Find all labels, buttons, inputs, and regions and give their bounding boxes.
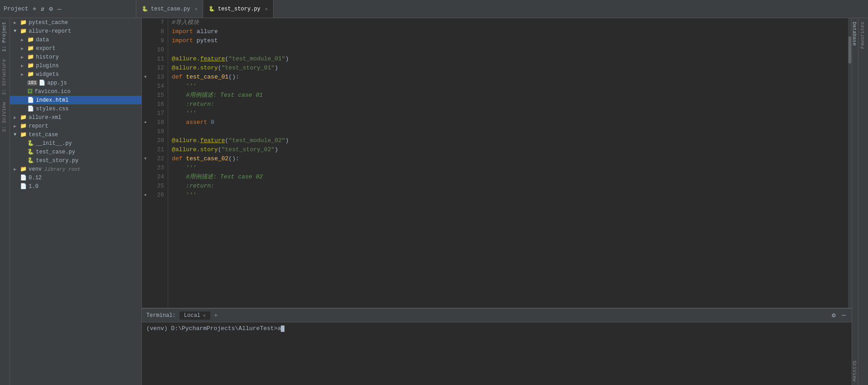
favorites-label[interactable]: Favorites — [858, 18, 868, 52]
tree-item-test-case-py[interactable]: ▶ 🐍 test_case.py — [10, 148, 141, 156]
tree-item-plugins[interactable]: ▶ 📁 plugins — [10, 61, 141, 70]
tree-item-test-case[interactable]: ▼ 📁 test_case — [10, 130, 141, 139]
code-line-16: :return: — [172, 100, 844, 109]
locate-icon[interactable]: ⌖ — [31, 5, 38, 14]
arrow-plugins: ▶ — [21, 63, 27, 69]
tree-label-data: data — [36, 37, 49, 43]
tree-item-data[interactable]: ▶ 📁 data — [10, 35, 141, 44]
arrow-data: ▶ — [21, 37, 27, 43]
tree-item-export[interactable]: ▶ 📁 export — [10, 44, 141, 53]
file-icon-0-12: 📄 — [20, 174, 27, 181]
file-tree: ▶ 📁 pytest_cache ▼ 📁 allure-report ▶ 📁 d… — [10, 18, 142, 385]
folder-icon-allure-xml: 📁 — [20, 114, 27, 121]
gutter-13: ▼ — [142, 73, 149, 82]
folder-icon-allure-report: 📁 — [20, 28, 27, 35]
arrow-pytest-cache: ▶ — [14, 20, 20, 25]
right-sidebar: Database SciView — [852, 18, 858, 385]
right-sidebar-sciview[interactable]: SciView — [852, 357, 858, 385]
code-editor[interactable]: #导入模块 import allure import pytest @allur… — [168, 18, 848, 308]
tree-item-venv[interactable]: ▶ 📁 venv library root — [10, 165, 141, 173]
terminal-area: Terminal: Local ✕ + ⚙ — (venv) D:\Pychar… — [142, 308, 852, 385]
folder-icon-history: 📁 — [27, 54, 34, 60]
terminal-tab-label: Local — [184, 312, 200, 319]
tree-item-widgets[interactable]: ▶ 📁 widgets — [10, 70, 141, 79]
tree-label-test-case-py: test_case.py — [36, 149, 75, 155]
tab-label-test-case: test_case.py — [151, 6, 190, 12]
code-container[interactable]: ▼ ● ▼ ● 78910 11121314 15161718 1 — [142, 18, 852, 308]
main-area: 1: Project 2: Structure 3: SciView ▶ 📁 p… — [0, 18, 868, 385]
tab-test-case[interactable]: 🐍 test_case.py ✕ — [136, 0, 203, 18]
tree-label-pytest-cache: pytest_cache — [29, 20, 68, 26]
file-icon-test-story-py: 🐍 — [27, 157, 34, 164]
tree-item-init-py[interactable]: ▶ 🐍 __init__.py — [10, 139, 141, 148]
sidebar-strip-project[interactable]: 1: Project — [0, 18, 10, 55]
folder-icon-plugins: 📁 — [27, 62, 34, 69]
tree-label-widgets: widgets — [36, 71, 59, 78]
terminal-settings-icon[interactable]: ⚙ — [830, 311, 837, 320]
sidebar-strip-structure[interactable]: 2: Structure — [0, 55, 10, 99]
folder-icon-report: 📁 — [20, 123, 27, 129]
tab-close-test-story[interactable]: ✕ — [265, 6, 268, 12]
code-line-25: :return: — [172, 182, 844, 191]
code-line-11: @allure.feature("test_module_01") — [172, 54, 844, 64]
file-icon-1-0: 📄 — [20, 183, 27, 190]
tree-item-index-html[interactable]: ▶ 📄 index.html — [10, 96, 141, 104]
tree-item-0-12[interactable]: ▶ 📄 0.12 — [10, 173, 141, 182]
editor-area: ▼ ● ▼ ● 78910 11121314 15161718 1 — [142, 18, 852, 385]
tree-item-favicon[interactable]: ▶ 🖼 favicon.ico — [10, 87, 141, 96]
arrow-venv: ▶ — [14, 167, 20, 172]
tree-label-venv: venv — [29, 166, 42, 173]
tab-close-test-case[interactable]: ✕ — [195, 6, 197, 12]
minimize-icon[interactable]: — — [56, 5, 62, 14]
tree-item-allure-xml[interactable]: ▶ 📁 allure-xml — [10, 113, 141, 122]
terminal-header: Terminal: Local ✕ + ⚙ — — [142, 309, 852, 322]
terminal-body[interactable]: (venv) D:\PycharmProjects\AllureTest>a — [142, 322, 852, 385]
settings-icon[interactable]: ⚙ — [48, 4, 54, 14]
sidebar-strip-sciview[interactable]: 3: SciView — [0, 99, 10, 136]
arrow-export: ▶ — [21, 46, 27, 51]
arrow-test-case: ▼ — [14, 132, 20, 137]
code-line-17: ''' — [172, 109, 844, 118]
gutter-21 — [142, 145, 149, 154]
tree-item-app-js[interactable]: ▶ 101 📄 app.js — [10, 79, 141, 87]
terminal-tab-close[interactable]: ✕ — [203, 313, 206, 318]
folder-icon-pytest-cache: 📁 — [20, 19, 27, 26]
arrow-allure-report: ▼ — [14, 29, 20, 34]
arrow-allure-xml: ▶ — [14, 115, 20, 120]
gutter-26: ● — [142, 191, 149, 200]
terminal-prompt-text: (venv) D:\PycharmProjects\AllureTest>a — [146, 325, 281, 332]
tree-label-app-js: app.js — [47, 80, 67, 86]
tree-item-test-story-py[interactable]: ▶ 🐍 test_story.py — [10, 156, 141, 165]
tree-label-0-12: 0.12 — [29, 175, 42, 181]
code-line-18: assert 0 — [172, 118, 844, 127]
tree-item-1-0[interactable]: ▶ 📄 1.0 — [10, 182, 141, 191]
code-line-24: #用例描述: Test case 02 — [172, 173, 844, 182]
code-line-7: #导入模块 — [172, 18, 844, 27]
gutter-23 — [142, 163, 149, 173]
terminal-tab-local[interactable]: Local ✕ — [180, 311, 210, 320]
gutter-18: ● — [142, 118, 149, 127]
terminal-label: Terminal: — [146, 312, 176, 319]
file-icon-favicon: 🖼 — [27, 88, 33, 95]
tree-item-styles-css[interactable]: ▶ 📄 styles.css — [10, 104, 141, 113]
editor-scrollbar[interactable] — [848, 18, 852, 308]
expand-icon[interactable]: ⇵ — [40, 4, 46, 14]
right-sidebar-database[interactable]: Database — [852, 18, 858, 49]
code-line-19 — [172, 127, 844, 136]
tab-test-story[interactable]: 🐍 test_story.py ✕ — [203, 0, 274, 18]
tree-label-1-0: 1.0 — [29, 183, 39, 190]
gutter-15 — [142, 91, 149, 100]
file-icon-app-js: 📄 — [39, 79, 45, 86]
tree-label-init-py: __init__.py — [36, 140, 72, 147]
tree-item-pytest-cache[interactable]: ▶ 📁 pytest_cache — [10, 18, 141, 27]
code-line-26: ''' — [172, 191, 844, 200]
file-icon-index-html: 📄 — [27, 97, 34, 104]
terminal-minimize-icon[interactable]: — — [841, 311, 847, 320]
tree-item-history[interactable]: ▶ 📁 history — [10, 53, 141, 61]
terminal-add-button[interactable]: + — [214, 312, 218, 319]
code-line-13: def test_case_01(): — [172, 73, 844, 82]
tree-label-test-case: test_case — [29, 132, 58, 138]
folder-icon-export: 📁 — [27, 45, 34, 52]
tree-item-report[interactable]: ▶ 📁 report — [10, 122, 141, 130]
tree-item-allure-report[interactable]: ▼ 📁 allure-report — [10, 27, 141, 35]
